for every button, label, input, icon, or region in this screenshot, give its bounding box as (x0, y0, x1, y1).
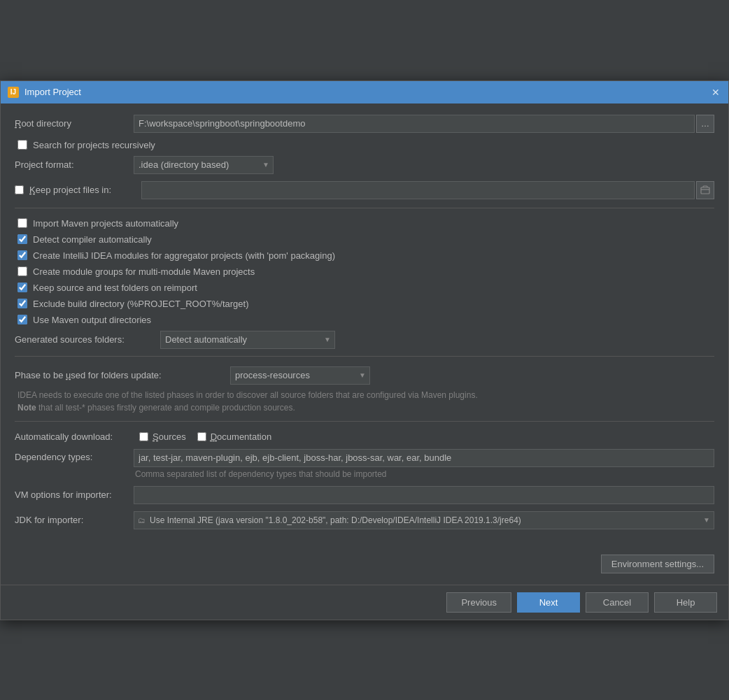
create-intellij-row: Create IntelliJ IDEA modules for aggrega… (15, 250, 714, 261)
detect-compiler-checkbox[interactable] (17, 234, 27, 244)
dependency-types-hint: Comma separated list of dependency types… (134, 469, 714, 479)
vm-options-row: VM options for importer: (15, 486, 714, 504)
divider-3 (15, 421, 714, 422)
root-directory-row: Root directory … (15, 115, 714, 133)
vm-options-label: VM options for importer: (15, 490, 134, 500)
env-btn-row: Environment settings... (15, 555, 714, 573)
create-module-groups-label: Create module groups for multi-module Ma… (33, 266, 255, 277)
root-directory-label: Root directory (15, 118, 134, 129)
import-maven-row: Import Maven projects automatically (15, 218, 714, 229)
app-icon: IJ (8, 87, 19, 98)
keep-source-test-label: Keep source and test folders on reimport (33, 283, 197, 293)
keep-project-files-input[interactable] (141, 181, 695, 199)
auto-download-label: Automatically download: (15, 431, 134, 442)
documentation-label: Documentation (211, 431, 271, 442)
dialog-title: Import Project (24, 87, 81, 97)
phase-wrapper: process-resources ▼ (230, 366, 370, 385)
root-directory-input[interactable] (134, 115, 695, 133)
keep-source-test-row: Keep source and test folders on reimport (15, 283, 714, 293)
import-project-dialog: IJ Import Project ✕ Root directory … Sea… (0, 80, 729, 620)
import-maven-checkbox[interactable] (17, 218, 27, 228)
generated-sources-select[interactable]: Detect automatically (160, 331, 335, 349)
dialog-content: Root directory … Search for projects rec… (1, 103, 728, 548)
phase-label: Phase to be used for folders update: (15, 370, 225, 380)
next-button[interactable]: Next (517, 592, 580, 613)
keep-project-files-label: Keep project files in: (29, 185, 141, 195)
vm-options-input[interactable] (134, 486, 714, 504)
detect-compiler-row: Detect compiler automatically (15, 234, 714, 245)
jdk-select-wrapper: 🗂 Use Internal JRE (java version "1.8.0_… (134, 511, 714, 529)
cancel-button[interactable]: Cancel (586, 592, 649, 613)
create-intellij-label: Create IntelliJ IDEA modules for aggrega… (33, 250, 335, 261)
documentation-checkbox[interactable] (197, 432, 206, 441)
dependency-types-wrapper: Comma separated list of dependency types… (134, 449, 714, 479)
generated-sources-label: Generated sources folders: (15, 334, 155, 345)
dependency-types-label: Dependency types: (15, 449, 134, 462)
title-bar: IJ Import Project ✕ (1, 81, 728, 103)
keep-project-files-row: Keep project files in: (15, 181, 714, 199)
exclude-build-row: Exclude build directory (%PROJECT_ROOT%/… (15, 299, 714, 309)
use-maven-output-label: Use Maven output directories (33, 315, 151, 325)
exclude-build-label: Exclude build directory (%PROJECT_ROOT%/… (33, 299, 248, 309)
detect-compiler-label: Detect compiler automatically (33, 234, 152, 245)
search-recursively-row: Search for projects recursively (15, 140, 714, 150)
search-recursively-label: Search for projects recursively (33, 140, 155, 150)
project-format-row: Project format: .idea (directory based) … (15, 156, 714, 174)
create-module-groups-row: Create module groups for multi-module Ma… (15, 266, 714, 277)
jdk-label: JDK for importer: (15, 515, 134, 525)
svg-rect-0 (701, 187, 709, 194)
previous-button[interactable]: Previous (446, 592, 511, 613)
root-directory-browse-button[interactable]: … (696, 115, 714, 133)
help-button[interactable]: Help (654, 592, 717, 613)
project-format-select[interactable]: .idea (directory based) (134, 156, 274, 174)
jdk-row: JDK for importer: 🗂 Use Internal JRE (ja… (15, 511, 714, 529)
keep-project-files-checkbox[interactable] (15, 185, 24, 194)
divider-1 (15, 208, 714, 208)
import-maven-label: Import Maven projects automatically (33, 218, 178, 229)
use-maven-output-row: Use Maven output directories (15, 315, 714, 325)
use-maven-output-checkbox[interactable] (17, 315, 27, 324)
sources-checkbox[interactable] (139, 432, 148, 441)
title-bar-left: IJ Import Project (8, 87, 81, 98)
close-button[interactable]: ✕ (710, 87, 721, 98)
phase-row: Phase to be used for folders update: pro… (15, 366, 714, 385)
project-format-label: Project format: (15, 159, 134, 170)
sources-label: Sources (153, 431, 186, 442)
jdk-select[interactable]: Use Internal JRE (java version "1.8.0_20… (134, 511, 714, 529)
auto-download-options: Sources Documentation (139, 431, 271, 442)
auto-download-row: Automatically download: Sources Document… (15, 431, 714, 442)
create-intellij-checkbox[interactable] (17, 250, 27, 260)
generated-sources-row: Generated sources folders: Detect automa… (15, 331, 714, 349)
dependency-types-row: Dependency types: Comma separated list o… (15, 449, 714, 479)
keep-source-test-checkbox[interactable] (17, 283, 27, 292)
note-bold: Note (17, 403, 36, 413)
footer: Previous Next Cancel Help (1, 585, 728, 620)
exclude-build-checkbox[interactable] (17, 299, 27, 308)
generated-sources-wrapper: Detect automatically ▼ (160, 331, 335, 349)
keep-project-files-browse[interactable] (696, 181, 714, 199)
environment-settings-button[interactable]: Environment settings... (601, 555, 714, 573)
create-module-groups-checkbox[interactable] (17, 266, 27, 276)
phase-select[interactable]: process-resources (230, 366, 370, 385)
divider-2 (15, 356, 714, 357)
bottom-area: Environment settings... (1, 548, 728, 573)
hint-text: IDEA needs to execute one of the listed … (15, 389, 714, 414)
project-format-wrapper: .idea (directory based) ▼ (134, 156, 274, 174)
search-recursively-checkbox[interactable] (17, 140, 27, 150)
dependency-types-input[interactable] (134, 449, 714, 467)
